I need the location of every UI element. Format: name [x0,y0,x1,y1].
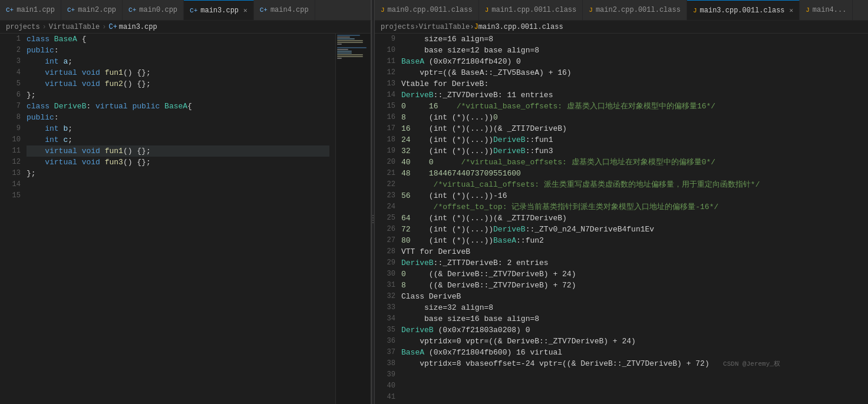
tab-label-main1: main1.cpp [16,6,55,14]
tab-label-main0-class: main0.cpp.001l.class [388,6,473,14]
code-line-11: int c; [27,134,329,145]
info-line-20: 32 (int (*)(...))DeriveB::fun3 [401,145,862,157]
code-line-1: class BaseA { [27,34,329,45]
tab-main1-class[interactable]: J main1.cpp.001l.class [479,0,583,20]
divider-dot-3 [372,220,374,221]
editor-panel: 1 2 3 4 5 6 7 8 9 10 11 12 13 14 15 clas… [0,34,371,404]
cpp-icon-main0: C+ [128,6,136,14]
main-content: 1 2 3 4 5 6 7 8 9 10 11 12 13 14 15 clas… [0,34,868,404]
info-panel: 9 10 11 12 13 14 15 16 17 18 19 20 21 22… [375,34,868,404]
tab-label-main4-class: main4... [813,6,847,14]
code-line-8: class DeriveB: virtual public BaseA{ [27,101,329,112]
j-icon-main2: J [589,6,593,14]
cpp-icon-main3: C+ [190,7,197,14]
info-line-35: Class DeriveB [401,291,862,302]
info-line-37: base size=16 base align=8 [401,313,862,324]
tab-main4-class[interactable]: J main4... [800,0,853,20]
right-tab-bar: J main0.cpp.001l.class J main1.cpp.001l.… [375,0,868,21]
info-line-26: 64 (int (*)(...))(& _ZTI7DeriveB) [401,213,862,224]
info-line-11: BaseA (0x0x7f21804fb420) 0 [401,56,862,67]
divider-dot-1 [372,215,374,216]
j-icon-main3: J [693,7,697,14]
info-line-30: VTT for DeriveB [401,246,862,257]
cpp-crumb-icon: C+ [108,23,117,31]
crumb-virtualtable[interactable]: VirtualTable [49,23,100,31]
tab-label-main1-class: main1.cpp.001l.class [491,6,576,14]
tab-main2[interactable]: C+ main2.cpp [61,0,123,20]
info-line-18: 16 (int (*)(...))(& _ZTI7DeriveB) [401,123,862,134]
info-line-14: Vtable for DeriveB: [401,78,862,90]
code-line-9: public: [27,112,329,123]
info-line-15: DeriveB::_ZTV7DeriveB: 11 entries [401,90,862,101]
tab-label-main4: main4.cpp [270,6,309,14]
tab-main2-class[interactable]: J main2.cpp.001l.class [583,0,687,20]
tab-label-main3-class: main3.cpp.001l.class [700,6,785,15]
code-line-10: int b; [27,123,329,134]
code-scroll-area[interactable]: 1 2 3 4 5 6 7 8 9 10 11 12 13 14 15 clas… [0,34,371,404]
info-line-36: size=32 align=8 [401,302,862,313]
code-line-4: virtual void fun1() {}; [27,67,329,78]
info-line-39: vptridx=0 vptr=((& DeriveB::_ZTV7DeriveB… [401,336,862,347]
info-line-16: 0 16 /*virtual_base_offsets: 虚基类入口地址在对象模… [401,101,862,112]
tab-label-main3: main3.cpp [200,6,239,15]
tab-main3[interactable]: C+ main3.cpp ✕ [184,0,254,20]
left-breadcrumb: projects › VirtualTable › C+ main3.cpp [0,21,371,34]
crumb-r-projects[interactable]: projects [381,23,415,31]
tab-main0[interactable]: C+ main0.cpp [123,0,184,20]
info-line-31: DeriveB::_ZTT7DeriveB: 2 entries [401,257,862,269]
info-line-32: 0 ((& DeriveB::_ZTV7DeriveB) + 24) [401,269,862,280]
crumb-projects[interactable]: projects [6,23,40,31]
code-line-13: virtual void fun3() {}; [27,157,329,168]
line-numbers-right: 9 10 11 12 13 14 15 16 17 18 19 20 21 22… [375,34,401,404]
j-icon-main4: J [806,6,810,14]
tab-close-main3[interactable]: ✕ [243,6,247,14]
info-line-24: 56 (int (*)(...))-16 [401,190,862,201]
cpp-icon-main4: C+ [260,6,268,14]
info-line-27: 72 (int (*)(...))DeriveB::_ZTv0_n24_N7De… [401,224,862,235]
code-line-2: public: [27,45,329,56]
info-line-33: 8 ((& DeriveB::_ZTV7DeriveB) + 72) [401,280,862,291]
tab-main4[interactable]: C+ main4.cpp [254,0,315,20]
info-line-40: BaseA (0x0x7f21804fb600) 16 virtual [401,347,862,358]
code-line-3: int a; [27,56,329,67]
tab-close-main3-class[interactable]: ✕ [790,6,794,14]
info-line-21: 40 0 /*virtual_base_offsets: 虚基类入口地址在对象模… [401,157,862,168]
code-line-5: virtual void fun2() {}; [27,78,329,90]
info-line-41: vptridx=8 vbaseoffset=-24 vptr=((& Deriv… [401,358,862,370]
cpp-icon-main2: C+ [67,6,75,14]
info-line-19: 24 (int (*)(...))DeriveB::fun1 [401,134,862,145]
left-tab-bar: C+ main1.cpp C+ main2.cpp C+ main0.cpp C… [0,0,371,21]
info-line-23: /*virtual_call_offsets: 派生类重写虚基类虚函数的地址偏移… [401,179,862,190]
info-line-38: DeriveB (0x0x7f21803a0208) 0 [401,324,862,336]
divider-dot-2 [372,217,374,218]
tab-label-main0: main0.cpp [139,6,177,14]
code-line-14: }; [27,168,329,179]
info-line-28: 80 (int (*)(...))BaseA::fun2 [401,235,862,246]
code-lines-left: class BaseA { public: int a; virtual voi… [27,34,335,404]
info-line-17: 8 (int (*)(...))0 [401,112,862,123]
line-numbers-left: 1 2 3 4 5 6 7 8 9 10 11 12 13 14 15 [0,34,27,404]
info-scroll-area[interactable]: 9 10 11 12 13 14 15 16 17 18 19 20 21 22… [375,34,868,404]
info-line-9: size=16 align=8 [401,34,862,45]
j-crumb-icon: J [474,23,478,31]
crumb-r-class[interactable]: main3.cpp.001l.class [478,23,563,31]
csdn-watermark: CSDN @Jeremy_权 [723,360,780,367]
crumb-r-virtualtable[interactable]: VirtualTable [419,23,470,31]
info-line-25: /*offset_to_top: 记录当前基类指针到派生类对象模型入口地址的偏移… [401,201,862,213]
code-line-6: }; [27,90,329,101]
code-line-12: virtual void fun1() {}; [27,145,329,157]
j-icon-main1: J [485,6,489,14]
divider-dot-4 [372,222,374,223]
cpp-icon-main1: C+ [6,6,14,14]
j-icon-main0: J [381,6,385,14]
tab-label-main2: main2.cpp [78,6,116,14]
tab-main3-class[interactable]: J main3.cpp.001l.class ✕ [687,0,800,20]
info-line-12: vptr=((& BaseA::_ZTV5BaseA) + 16) [401,67,862,78]
tab-main0-class[interactable]: J main0.cpp.001l.class [375,0,479,20]
crumb-main3[interactable]: main3.cpp [119,23,157,31]
tab-label-main2-class: main2.cpp.001l.class [596,6,681,14]
info-lines: size=16 align=8 base size=12 base align=… [401,34,868,404]
info-line-22: 48 18446744073709551600 [401,168,862,179]
minimap [335,34,371,404]
tab-main1[interactable]: C+ main1.cpp [0,0,61,20]
